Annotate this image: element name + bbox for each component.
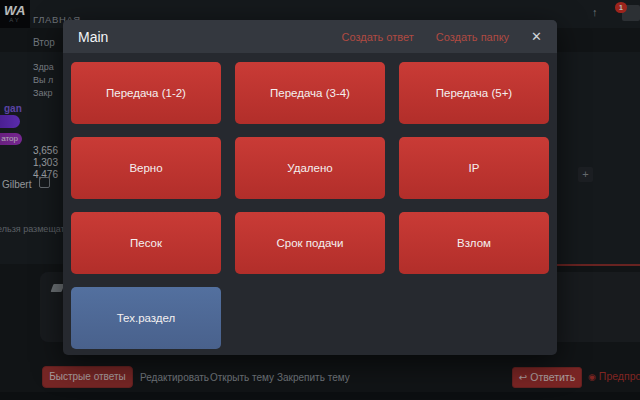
forum-page: WA AY ГЛАВНАЯ ↑ 1 Втор Здра Вы л Закр ga… bbox=[0, 0, 640, 400]
grid-button[interactable]: Песок bbox=[71, 212, 221, 274]
grid-button[interactable]: Передача (1-2) bbox=[71, 62, 221, 124]
create-reply-link[interactable]: Создать ответ bbox=[341, 31, 413, 43]
modal-actions: Создать ответ Создать папку bbox=[341, 31, 509, 43]
grid-button[interactable]: Верно bbox=[71, 137, 221, 199]
grid-button[interactable]: Удалено bbox=[235, 137, 385, 199]
create-folder-link[interactable]: Создать папку bbox=[436, 31, 509, 43]
grid-button[interactable]: Взлом bbox=[399, 212, 549, 274]
grid-button[interactable]: Тех.раздел bbox=[71, 287, 221, 349]
modal-title: Main bbox=[78, 29, 108, 45]
grid-button[interactable]: Передача (3-4) bbox=[235, 62, 385, 124]
grid-button[interactable]: Срок подачи bbox=[235, 212, 385, 274]
modal-header: Main Создать ответ Создать папку ✕ bbox=[63, 20, 557, 53]
quick-replies-modal: Main Создать ответ Создать папку ✕ Перед… bbox=[63, 20, 557, 355]
close-icon[interactable]: ✕ bbox=[531, 29, 542, 44]
grid-button[interactable]: Передача (5+) bbox=[399, 62, 549, 124]
quick-reply-grid: Передача (1-2) Передача (3-4) Передача (… bbox=[63, 53, 557, 358]
grid-button[interactable]: IP bbox=[399, 137, 549, 199]
